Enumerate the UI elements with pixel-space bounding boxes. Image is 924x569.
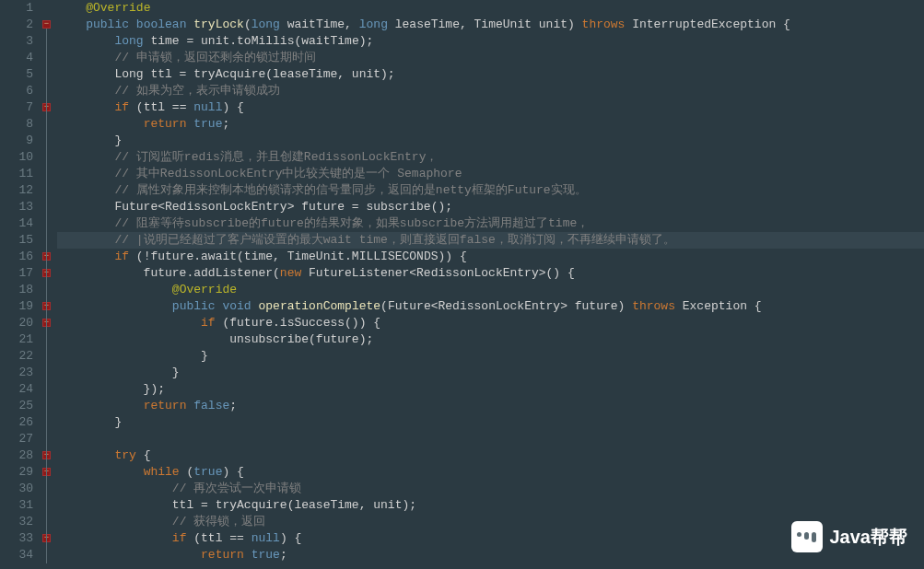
fold-toggle-icon[interactable] <box>42 20 51 29</box>
line-number: 10 <box>0 149 33 166</box>
line-number: 7 <box>0 99 33 116</box>
line-number: 9 <box>0 133 33 149</box>
line-number: 11 <box>0 166 33 182</box>
watermark: Java帮帮 <box>791 521 908 552</box>
code-line[interactable]: // |说明已经超过了客户端设置的最大wait time，则直接返回false，… <box>57 232 924 249</box>
code-line[interactable]: if (!future.await(time, TimeUnit.MILLISE… <box>57 249 924 265</box>
line-number: 34 <box>0 547 33 563</box>
line-number: 14 <box>0 215 33 232</box>
wechat-icon <box>791 521 823 552</box>
line-number: 20 <box>0 315 33 331</box>
line-number: 6 <box>0 83 33 99</box>
code-line[interactable]: } <box>57 414 924 431</box>
code-line[interactable]: Future<RedissonLockEntry> future = subsc… <box>57 199 924 215</box>
line-number: 26 <box>0 414 33 431</box>
code-line[interactable]: @Override <box>57 282 924 298</box>
line-number: 30 <box>0 481 33 497</box>
code-line[interactable]: if (future.isSuccess()) { <box>57 315 924 331</box>
line-number: 12 <box>0 182 33 199</box>
line-number: 18 <box>0 282 33 298</box>
code-line[interactable]: return true; <box>57 116 924 133</box>
code-line[interactable]: // 如果为空，表示申请锁成功 <box>57 83 924 99</box>
line-number: 19 <box>0 298 33 315</box>
line-number-gutter: 1234567891011121314151617181920212223242… <box>0 0 41 569</box>
code-line[interactable]: if (ttl == null) { <box>57 99 924 116</box>
code-line[interactable]: // 其中RedissonLockEntry中比较关键的是一个 Semaphor… <box>57 166 924 182</box>
code-line[interactable]: ttl = tryAcquire(leaseTime, unit); <box>57 497 924 514</box>
line-number: 24 <box>0 381 33 398</box>
code-line[interactable]: try { <box>57 447 924 464</box>
line-number: 3 <box>0 33 33 50</box>
line-number: 33 <box>0 530 33 547</box>
line-number: 32 <box>0 514 33 530</box>
code-line[interactable] <box>57 431 924 447</box>
line-number: 8 <box>0 116 33 133</box>
line-number: 17 <box>0 265 33 282</box>
code-line[interactable]: // 属性对象用来控制本地的锁请求的信号量同步，返回的是netty框架的Futu… <box>57 182 924 199</box>
line-number: 28 <box>0 447 33 464</box>
code-line[interactable]: while (true) { <box>57 464 924 481</box>
line-number: 1 <box>0 0 33 17</box>
code-line[interactable]: // 申请锁，返回还剩余的锁过期时间 <box>57 50 924 66</box>
fold-column[interactable] <box>41 0 53 569</box>
watermark-label: Java帮帮 <box>830 525 908 550</box>
code-line[interactable]: // 订阅监听redis消息，并且创建RedissonLockEntry， <box>57 149 924 166</box>
code-editor[interactable]: 1234567891011121314151617181920212223242… <box>0 0 924 569</box>
code-line[interactable]: future.addListener(new FutureListener<Re… <box>57 265 924 282</box>
line-number: 16 <box>0 249 33 265</box>
line-number: 23 <box>0 365 33 381</box>
code-line[interactable]: long time = unit.toMillis(waitTime); <box>57 33 924 50</box>
line-number: 29 <box>0 464 33 481</box>
code-line[interactable]: // 再次尝试一次申请锁 <box>57 481 924 497</box>
code-line[interactable]: @Override <box>57 0 924 17</box>
code-line[interactable]: } <box>57 133 924 149</box>
line-number: 21 <box>0 331 33 348</box>
code-line[interactable]: Long ttl = tryAcquire(leaseTime, unit); <box>57 66 924 83</box>
line-number: 27 <box>0 431 33 447</box>
code-line[interactable]: }); <box>57 381 924 398</box>
line-number: 13 <box>0 199 33 215</box>
line-number: 15 <box>0 232 33 249</box>
code-line[interactable]: } <box>57 348 924 365</box>
line-number: 22 <box>0 348 33 365</box>
line-number: 2 <box>0 17 33 33</box>
code-line[interactable]: return false; <box>57 398 924 414</box>
code-line[interactable]: // 阻塞等待subscribe的future的结果对象，如果subscribe… <box>57 215 924 232</box>
code-line[interactable]: public boolean tryLock(long waitTime, lo… <box>57 17 924 33</box>
line-number: 5 <box>0 66 33 83</box>
code-line[interactable]: } <box>57 365 924 381</box>
code-area[interactable]: @Override public boolean tryLock(long wa… <box>53 0 924 569</box>
line-number: 31 <box>0 497 33 514</box>
code-line[interactable]: public void operationComplete(Future<Red… <box>57 298 924 315</box>
line-number: 25 <box>0 398 33 414</box>
line-number: 4 <box>0 50 33 66</box>
code-line[interactable]: unsubscribe(future); <box>57 331 924 348</box>
